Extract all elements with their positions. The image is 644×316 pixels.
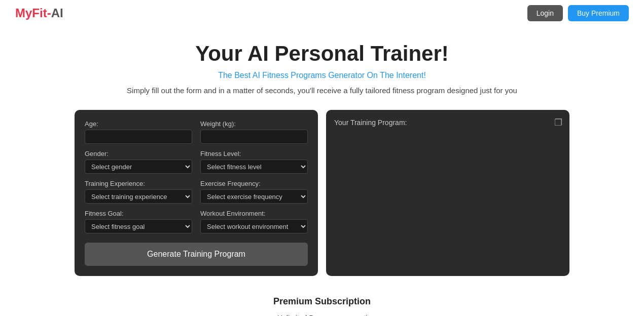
exercise-freq-label: Exercise Frequency: <box>200 180 308 187</box>
form-group-workout-env: Workout Environment: Select workout envi… <box>200 210 308 233</box>
age-input[interactable] <box>85 130 192 144</box>
hero-title: Your AI Personal Trainer! <box>10 42 634 66</box>
form-group-training-exp: Training Experience: Select training exp… <box>85 180 192 204</box>
training-exp-label: Training Experience: <box>85 180 192 187</box>
logo-ai: AI <box>51 6 63 20</box>
fitness-goal-label: Fitness Goal: <box>85 210 192 217</box>
form-panel: Age: Weight (kg): Gender: Select gender … <box>75 110 318 276</box>
form-row-training-exercise: Training Experience: Select training exp… <box>85 180 308 204</box>
weight-label: Weight (kg): <box>200 120 308 128</box>
workout-env-label: Workout Environment: <box>200 210 308 217</box>
premium-title: Premium Subscription <box>10 296 634 307</box>
form-group-age: Age: <box>85 120 192 144</box>
form-group-fitness-goal: Fitness Goal: Select fitness goal Weight… <box>85 210 192 233</box>
form-group-exercise-freq: Exercise Frequency: Select exercise freq… <box>200 180 308 204</box>
hero-section: Your AI Personal Trainer! The Best AI Fi… <box>0 26 644 100</box>
logo: MyFit-AI <box>15 6 63 20</box>
output-panel: Your Training Program: ❐ <box>326 110 569 276</box>
form-group-fitness-level: Fitness Level: Select fitness level Begi… <box>200 150 308 174</box>
buy-premium-button[interactable]: Buy Premium <box>568 5 629 21</box>
hero-description: Simply fill out the form and in a matter… <box>10 86 634 95</box>
generate-button[interactable]: Generate Training Program <box>85 243 308 266</box>
header-buttons: Login Buy Premium <box>527 5 629 21</box>
premium-features-list: Unlimited Programs generation Personaliz… <box>267 312 377 316</box>
training-exp-select[interactable]: Select training experience Less than 1 y… <box>85 189 192 204</box>
premium-feature-1: Unlimited Programs generation <box>277 312 377 316</box>
login-button[interactable]: Login <box>527 5 563 21</box>
copy-icon[interactable]: ❐ <box>554 117 562 128</box>
weight-input[interactable] <box>200 130 308 144</box>
form-row-goal-env: Fitness Goal: Select fitness goal Weight… <box>85 210 308 233</box>
logo-myfit: MyFit- <box>15 6 51 20</box>
age-label: Age: <box>85 120 192 128</box>
form-row-age-weight: Age: Weight (kg): <box>85 120 308 144</box>
fitness-level-label: Fitness Level: <box>200 150 308 157</box>
gender-select[interactable]: Select gender Male Female Other <box>85 160 192 174</box>
workout-env-select[interactable]: Select workout environment Gym Home Outd… <box>200 219 308 233</box>
form-group-weight: Weight (kg): <box>200 120 308 144</box>
exercise-freq-select[interactable]: Select exercise frequency 1-2 times/week… <box>200 189 308 204</box>
hero-subtitle: The Best AI Fitness Programs Generator O… <box>10 71 634 80</box>
fitness-goal-select[interactable]: Select fitness goal Weight Loss Muscle G… <box>85 219 192 233</box>
gender-label: Gender: <box>85 150 192 157</box>
form-group-gender: Gender: Select gender Male Female Other <box>85 150 192 174</box>
premium-section: Premium Subscription Unlimited Programs … <box>0 286 644 316</box>
main-content: Age: Weight (kg): Gender: Select gender … <box>0 100 644 286</box>
output-label: Your Training Program: <box>334 118 407 127</box>
form-row-gender-fitness: Gender: Select gender Male Female Other … <box>85 150 308 174</box>
header: MyFit-AI Login Buy Premium <box>0 0 644 26</box>
fitness-level-select[interactable]: Select fitness level Beginner Intermedia… <box>200 160 308 174</box>
